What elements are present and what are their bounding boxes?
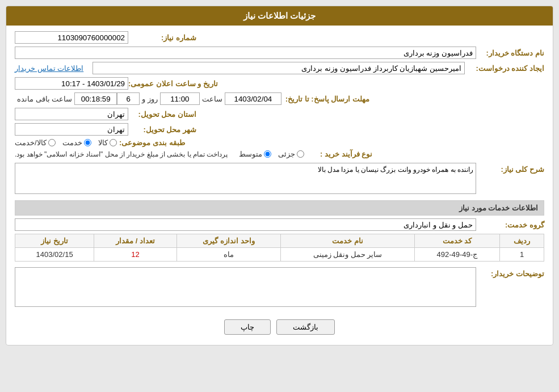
category-label: طبقه بندی موضوعی: — [117, 138, 185, 147]
radio-kala-khedmat-label: کالا/خدمت — [15, 138, 47, 147]
radio-jozvi-input[interactable] — [297, 150, 304, 158]
contact-link[interactable]: اطلاعات تماس خریدار — [15, 64, 83, 73]
need-number-row: شماره نیاز: — [15, 31, 544, 44]
page-title: جزئیات اطلاعات نیاز — [243, 11, 316, 20]
service-group-label: گروه خدمت: — [476, 221, 544, 229]
page-header: جزئیات اطلاعات نیاز — [6, 6, 553, 26]
need-number-input — [15, 31, 128, 44]
services-section-header: اطلاعات خدمات مورد نیاز — [15, 200, 544, 216]
city-label: شهر محل تحویل: — [128, 125, 196, 134]
radio-mottasat-input[interactable] — [264, 150, 271, 158]
th-date: تاریخ نیاز — [15, 234, 94, 248]
cell-unit: ماه — [176, 248, 281, 262]
radio-mottasat-label: متوسط — [239, 150, 262, 158]
process-radio-group: جزئی متوسط — [239, 150, 304, 158]
th-count: تعداد / مقدار — [94, 234, 177, 248]
radio-kala-label: کالا — [98, 138, 108, 147]
cell-name: سایر حمل ونقل زمینی — [281, 248, 414, 262]
buyer-notes-label: توضیحات خریدار: — [476, 267, 544, 278]
sharh-row: شرح کلی نیاز: راننده به همراه خودرو وانت… — [15, 163, 544, 196]
th-row: ردیف — [500, 234, 544, 248]
buyer-notes-row: توضیحات خریدار: — [15, 267, 544, 307]
table-row: 1 ج-49-49-492 سایر حمل ونقل زمینی ماه 12… — [15, 248, 544, 262]
city-row: شهر محل تحویل: — [15, 123, 544, 136]
radio-jozvi-label: جزئی — [278, 150, 295, 158]
buyer-station-input — [15, 47, 476, 59]
cell-count: 12 — [94, 248, 177, 262]
service-group-input — [15, 218, 476, 231]
response-deadline-label: مهلت ارسال پاسخ: تا تاریخ: — [281, 95, 369, 103]
print-button[interactable]: چاپ — [224, 319, 271, 335]
th-unit: واحد اندازه گیری — [176, 234, 281, 248]
cell-code: ج-49-49-492 — [414, 248, 499, 262]
sharh-textarea[interactable]: راننده به همراه خودرو وانت بزرگ نیسان یا… — [15, 163, 476, 194]
response-days-input — [117, 92, 140, 105]
city-input — [15, 123, 128, 136]
radio-khedmat[interactable]: خدمت — [62, 138, 91, 147]
time-label: ساعت — [202, 95, 222, 103]
process-type-label: نوع فرآیند خرید : — [304, 150, 372, 158]
process-type-row: نوع فرآیند خرید : جزئی متوسط پرداخت تمام… — [15, 150, 544, 158]
response-remaining-input — [74, 92, 117, 105]
remaining-label: ساعت باقی مانده — [17, 95, 72, 103]
th-name: نام خدمت — [281, 234, 414, 248]
radio-khedmat-input[interactable] — [84, 139, 91, 146]
response-date-input — [225, 92, 281, 105]
requester-input — [93, 62, 465, 74]
service-group-row: گروه خدمت: — [15, 218, 544, 231]
announcement-date-input — [15, 77, 128, 90]
radio-khedmat-label: خدمت — [62, 138, 82, 147]
radio-kala-input[interactable] — [110, 139, 117, 146]
buyer-notes-textarea[interactable] — [15, 267, 476, 307]
radio-kala[interactable]: کالا — [98, 138, 117, 147]
days-label: روز و — [142, 95, 158, 103]
process-note: پرداخت تمام یا بخشی از مبلغ خریدار از مح… — [15, 150, 228, 158]
cell-date: 1403/02/15 — [15, 248, 94, 262]
requester-row: ایجاد کننده درخواست: اطلاعات تماس خریدار — [15, 62, 544, 74]
requester-label: ایجاد کننده درخواست: — [465, 64, 544, 73]
radio-kala-khedmat[interactable]: کالا/خدمت — [15, 138, 56, 147]
need-number-label: شماره نیاز: — [128, 33, 196, 42]
announcement-date-label: تاریخ و ساعت اعلان عمومی: — [128, 79, 218, 88]
response-deadline-row: مهلت ارسال پاسخ: تا تاریخ: ساعت روز و سا… — [15, 92, 544, 105]
radio-mottasat[interactable]: متوسط — [239, 150, 271, 158]
category-radio-group: کالا خدمت کالا/خدمت — [15, 138, 117, 147]
back-button[interactable]: بازگشت — [276, 319, 335, 335]
sharh-label: شرح کلی نیاز: — [476, 163, 544, 174]
button-row: بازگشت چاپ — [15, 313, 544, 339]
radio-kala-khedmat-input[interactable] — [48, 139, 56, 146]
announcement-date-row: تاریخ و ساعت اعلان عمومی: — [15, 77, 544, 90]
province-row: استان محل تحویل: — [15, 108, 544, 120]
radio-jozvi[interactable]: جزئی — [278, 150, 304, 158]
category-row: طبقه بندی موضوعی: کالا خدمت کالا/خدمت — [15, 138, 544, 147]
province-label: استان محل تحویل: — [128, 110, 196, 119]
response-time-input — [160, 92, 200, 105]
buyer-station-row: نام دستگاه خریدار: — [15, 47, 544, 59]
cell-row: 1 — [500, 248, 544, 262]
buyer-station-label: نام دستگاه خریدار: — [476, 49, 544, 57]
services-table: ردیف کد خدمت نام خدمت واحد اندازه گیری ت… — [15, 234, 544, 262]
th-code: کد خدمت — [414, 234, 499, 248]
province-input — [15, 108, 128, 120]
